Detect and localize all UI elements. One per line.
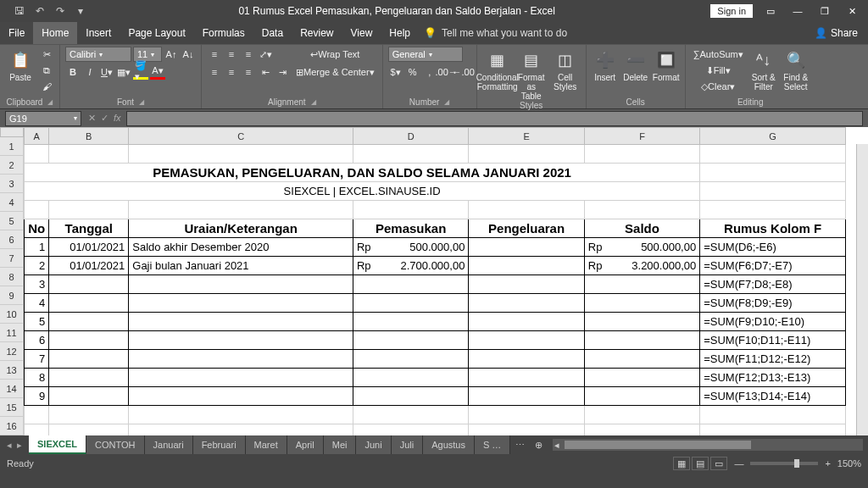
align-center-button[interactable]: ≡ <box>224 64 239 80</box>
bold-button[interactable]: B <box>65 64 81 80</box>
font-dialog-launcher[interactable]: ◢ <box>139 98 144 106</box>
share-button[interactable]: 👤 Share <box>804 27 868 39</box>
row-header-1[interactable]: 1 <box>0 137 24 156</box>
sheet-tab[interactable]: SIEXCEL <box>29 435 86 454</box>
autosum-button[interactable]: ∑ AutoSum ▾ <box>691 47 746 62</box>
fx-button[interactable]: fx <box>114 113 121 124</box>
row-header-6[interactable]: 6 <box>0 230 24 249</box>
page-layout-view-button[interactable]: ▤ <box>692 457 709 470</box>
clear-button[interactable]: ◇ Clear ▾ <box>691 79 746 94</box>
row-header-16[interactable]: 16 <box>0 417 24 435</box>
align-bottom-button[interactable]: ≡ <box>241 47 256 62</box>
insert-cells-button[interactable]: ➕Insert <box>592 47 619 82</box>
conditional-formatting-button[interactable]: ▦Conditional Formatting <box>482 47 513 92</box>
underline-button[interactable]: U▾ <box>99 64 114 80</box>
sort-filter-button[interactable]: ᴬ↓Sort & Filter <box>749 47 778 92</box>
col-header-G[interactable]: G <box>700 128 846 145</box>
font-name-combo[interactable]: Calibri▾ <box>65 47 131 62</box>
tab-formulas[interactable]: Formulas <box>194 22 253 44</box>
signin-button[interactable]: Sign in <box>710 4 753 18</box>
row-header-5[interactable]: 5 <box>0 212 24 230</box>
normal-view-button[interactable]: ▦ <box>673 457 690 470</box>
number-dialog-launcher[interactable]: ◢ <box>444 98 449 106</box>
undo-button[interactable]: ↶ <box>31 2 49 20</box>
enter-formula-button[interactable]: ✓ <box>101 113 108 124</box>
zoom-out-button[interactable]: — <box>734 458 743 469</box>
ribbon-options-button[interactable]: ▭ <box>758 2 783 20</box>
zoom-level[interactable]: 150% <box>837 458 861 469</box>
tab-view[interactable]: View <box>342 22 381 44</box>
row-header-12[interactable]: 12 <box>0 342 24 361</box>
grid[interactable]: ABCDEFG PEMASUKAN, PENGELUARAN, DAN SALD… <box>24 127 868 435</box>
tab-help[interactable]: Help <box>381 22 419 44</box>
col-header-D[interactable]: D <box>353 128 468 145</box>
tab-scroll-last[interactable]: ▸ <box>17 440 22 451</box>
cut-button[interactable]: ✂ <box>39 47 54 62</box>
tell-me-search[interactable]: 💡 Tell me what you want to do <box>424 27 567 39</box>
cancel-formula-button[interactable]: ✕ <box>88 113 96 124</box>
close-button[interactable]: ✕ <box>839 2 865 20</box>
hscroll-thumb[interactable] <box>565 441 750 449</box>
sheet-tab[interactable]: Agustus <box>423 435 475 454</box>
hscroll-left[interactable]: ◂ <box>553 440 561 451</box>
maximize-button[interactable]: ❐ <box>812 2 837 20</box>
sheet-tab[interactable]: CONTOH <box>86 435 144 454</box>
row-header-11[interactable]: 11 <box>0 324 24 342</box>
accounting-format-button[interactable]: $▾ <box>388 64 403 80</box>
qat-customize[interactable]: ▾ <box>71 2 90 20</box>
tab-review[interactable]: Review <box>292 22 342 44</box>
sheet-tab[interactable]: Juli <box>392 435 424 454</box>
sheet-tab[interactable]: S … <box>475 435 510 454</box>
align-top-button[interactable]: ≡ <box>207 47 222 62</box>
col-header-E[interactable]: E <box>469 128 584 145</box>
borders-button[interactable]: ▦▾ <box>116 64 131 80</box>
redo-button[interactable]: ↷ <box>51 2 70 20</box>
zoom-thumb[interactable] <box>794 459 799 468</box>
find-select-button[interactable]: 🔍Find & Select <box>782 47 810 92</box>
row-header-7[interactable]: 7 <box>0 249 24 268</box>
page-break-view-button[interactable]: ▭ <box>710 457 727 470</box>
fill-button[interactable]: ⬇ Fill ▾ <box>691 63 746 78</box>
formula-bar[interactable] <box>126 111 863 126</box>
col-header-A[interactable]: A <box>25 128 49 145</box>
copy-button[interactable]: ⧉ <box>39 63 54 78</box>
fill-color-button[interactable]: 🪣▾ <box>133 64 148 80</box>
italic-button[interactable]: I <box>82 64 97 80</box>
sheet-tab[interactable]: April <box>287 435 324 454</box>
row-header-2[interactable]: 2 <box>0 156 24 175</box>
horizontal-scrollbar[interactable]: ◂ <box>553 439 863 451</box>
alignment-dialog-launcher[interactable]: ◢ <box>311 98 316 106</box>
col-header-C[interactable]: C <box>129 128 353 145</box>
row-header-14[interactable]: 14 <box>0 380 24 398</box>
decrease-indent-button[interactable]: ⇤ <box>258 64 273 80</box>
zoom-slider[interactable] <box>750 462 818 465</box>
tab-scroll-first[interactable]: ◂ <box>7 440 12 451</box>
format-as-table-button[interactable]: ▤Format as Table <box>516 47 547 101</box>
tab-file[interactable]: File <box>0 22 33 44</box>
row-header-10[interactable]: 10 <box>0 305 24 324</box>
row-header-9[interactable]: 9 <box>0 286 24 305</box>
tab-page-layout[interactable]: Page Layout <box>120 22 193 44</box>
decrease-font-button[interactable]: A↓ <box>181 47 196 62</box>
delete-cells-button[interactable]: ➖Delete <box>622 47 649 82</box>
col-header-B[interactable]: B <box>49 128 129 145</box>
sheet-tab[interactable]: Maret <box>246 435 287 454</box>
align-right-button[interactable]: ≡ <box>241 64 256 80</box>
row-header-8[interactable]: 8 <box>0 268 24 286</box>
percent-button[interactable]: % <box>405 64 420 80</box>
tab-scroll-more[interactable]: ⋯ <box>510 440 530 451</box>
clipboard-dialog-launcher[interactable]: ◢ <box>47 98 53 106</box>
row-header-4[interactable]: 4 <box>0 193 24 212</box>
sheet-tab[interactable]: Januari <box>145 435 193 454</box>
minimize-button[interactable]: — <box>785 2 810 20</box>
format-painter-button[interactable]: 🖌 <box>39 79 54 94</box>
increase-indent-button[interactable]: ⇥ <box>275 64 290 80</box>
font-color-button[interactable]: A▾ <box>150 64 165 80</box>
sheet-tab[interactable]: Juni <box>356 435 391 454</box>
wrap-text-button[interactable]: ↩ Wrap Text <box>293 47 377 62</box>
align-left-button[interactable]: ≡ <box>207 64 222 80</box>
sheet-tab[interactable]: Mei <box>324 435 357 454</box>
tab-data[interactable]: Data <box>253 22 292 44</box>
zoom-in-button[interactable]: + <box>825 458 830 469</box>
align-middle-button[interactable]: ≡ <box>224 47 239 62</box>
